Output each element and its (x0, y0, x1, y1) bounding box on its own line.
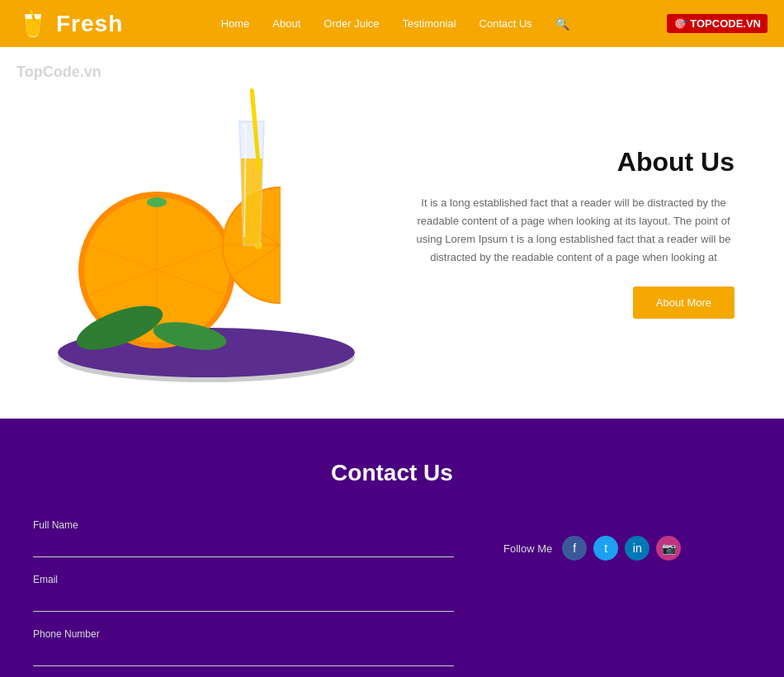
instagram-icon[interactable]: 📷 (656, 536, 681, 561)
logo-area: Fresh (17, 7, 123, 40)
contact-section: Contact Us Full Name Email Phone Number … (0, 419, 784, 677)
logo-text: Fresh (56, 11, 123, 37)
email-input[interactable] (33, 589, 454, 612)
about-more-button[interactable]: About More (633, 286, 734, 319)
topcode-icon: 🎯 (673, 17, 687, 30)
facebook-icon[interactable]: f (562, 536, 587, 561)
about-title: About Us (413, 147, 734, 178)
phone-input[interactable] (33, 643, 454, 666)
twitter-icon[interactable]: t (593, 536, 618, 561)
phone-field: Phone Number (33, 628, 454, 666)
full-name-input[interactable] (33, 534, 454, 557)
follow-row: Follow Me f t in 📷 (503, 536, 751, 561)
contact-form: Full Name Email Phone Number Message (33, 519, 454, 677)
contact-right: Follow Me f t in 📷 (503, 519, 751, 585)
nav-order-juice[interactable]: Order Juice (324, 17, 379, 30)
fruit-image-area (33, 80, 380, 386)
nav-about[interactable]: About (272, 17, 300, 30)
contact-layout: Full Name Email Phone Number Message Fol… (33, 519, 751, 677)
contact-title: Contact Us (33, 460, 751, 486)
topcode-text: TOPCODE.VN (690, 17, 761, 30)
email-field: Email (33, 574, 454, 612)
search-icon[interactable]: 🔍 (555, 17, 569, 31)
about-section: TopCode.vn (0, 47, 784, 419)
svg-point-7 (147, 197, 167, 207)
full-name-field: Full Name (33, 519, 454, 557)
full-name-label: Full Name (33, 519, 454, 531)
about-text: It is a long established fact that a rea… (413, 194, 734, 267)
logo-icon (17, 7, 50, 40)
nav-home[interactable]: Home (221, 17, 250, 30)
phone-label: Phone Number (33, 628, 454, 640)
header: Fresh Home About Order Juice Testimonial… (0, 0, 784, 47)
main-nav: Home About Order Juice Testimonial Conta… (221, 17, 569, 31)
social-icons: f t in 📷 (562, 536, 681, 561)
nav-testimonial[interactable]: Testimonial (403, 17, 456, 30)
linkedin-icon[interactable]: in (625, 536, 649, 561)
email-label: Email (33, 574, 454, 585)
topcode-badge: 🎯 TOPCODE.VN (667, 14, 767, 33)
about-content: About Us It is a long established fact t… (380, 147, 734, 319)
watermark: TopCode.vn (17, 64, 102, 81)
nav-contact[interactable]: Contact Us (479, 17, 532, 30)
follow-label: Follow Me (503, 542, 552, 555)
juice-illustration (50, 80, 363, 386)
